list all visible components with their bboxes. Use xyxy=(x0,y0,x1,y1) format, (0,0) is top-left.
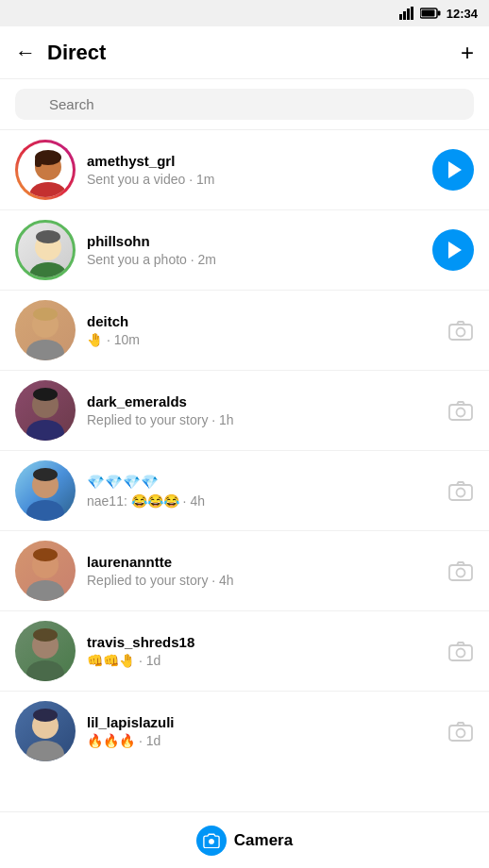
avatar-wrap xyxy=(15,541,76,601)
svg-point-25 xyxy=(457,409,465,417)
list-item[interactable]: dark_emeralds Replied to your story · 1h xyxy=(0,371,489,450)
svg-point-41 xyxy=(26,741,64,761)
camera-action-icon xyxy=(447,397,474,424)
action-icon[interactable] xyxy=(432,229,474,271)
avatar-wrap xyxy=(15,380,76,441)
action-icon[interactable] xyxy=(432,149,474,191)
svg-point-45 xyxy=(457,729,465,738)
signal-icon xyxy=(399,7,416,20)
username: amethyst_grl xyxy=(87,153,421,169)
page-title: Direct xyxy=(47,41,461,65)
svg-point-15 xyxy=(36,230,60,243)
svg-rect-3 xyxy=(411,7,413,20)
message-info: dark_emeralds Replied to your story · 1h xyxy=(87,393,436,427)
svg-point-40 xyxy=(457,649,465,658)
camera-label: Camera xyxy=(234,831,293,850)
svg-point-46 xyxy=(209,839,213,843)
svg-point-16 xyxy=(26,340,64,360)
bottom-nav: Camera xyxy=(0,811,489,868)
avatar xyxy=(15,701,76,761)
camera-action-icon xyxy=(447,558,474,584)
status-bar: 12:34 xyxy=(0,0,489,26)
username: deitch xyxy=(87,313,436,329)
list-item[interactable]: amethyst_grl Sent you a video · 1m xyxy=(0,130,489,209)
avatar xyxy=(15,300,76,360)
avatar-wrap xyxy=(15,460,76,521)
svg-rect-12 xyxy=(35,158,42,167)
svg-point-9 xyxy=(29,182,67,200)
username: travis_shreds18 xyxy=(87,634,436,650)
svg-rect-1 xyxy=(403,11,406,20)
message-info: lil_lapislazuli 🔥🔥🔥 · 1d xyxy=(87,714,436,748)
camera-action-icon xyxy=(447,638,474,664)
message-list: amethyst_grl Sent you a video · 1m xyxy=(0,130,489,837)
action-icon xyxy=(447,477,474,504)
avatar-wrap xyxy=(15,220,76,280)
svg-point-30 xyxy=(457,489,465,497)
back-button[interactable]: ← xyxy=(15,41,36,65)
message-preview: 🤚 · 10m xyxy=(87,332,436,347)
svg-point-23 xyxy=(33,388,58,401)
list-item[interactable]: travis_shreds18 👊👊🤚 · 1d xyxy=(0,611,489,691)
list-item[interactable]: 💎💎💎💎 nae11: 😂😂😂 · 4h xyxy=(0,451,489,530)
username: 💎💎💎💎 xyxy=(87,474,436,491)
message-info: laurenanntte Replied to your story · 4h xyxy=(87,554,436,588)
message-preview: Sent you a photo · 2m xyxy=(87,252,421,267)
svg-point-13 xyxy=(29,262,67,280)
svg-point-35 xyxy=(457,569,465,577)
avatar-wrap xyxy=(15,701,76,761)
svg-rect-34 xyxy=(449,565,472,580)
message-preview: Replied to your story · 4h xyxy=(87,573,436,588)
message-info: travis_shreds18 👊👊🤚 · 1d xyxy=(87,634,436,668)
svg-point-21 xyxy=(26,420,64,441)
list-item[interactable]: laurenanntte Replied to your story · 4h xyxy=(0,531,489,610)
avatar xyxy=(15,220,76,280)
svg-point-18 xyxy=(33,308,58,321)
avatar-wrap xyxy=(15,140,76,200)
add-button[interactable]: + xyxy=(461,40,474,66)
list-item[interactable]: deitch 🤚 · 10m xyxy=(0,291,489,370)
avatar-wrap xyxy=(15,621,76,681)
battery-icon xyxy=(420,8,441,19)
avatar xyxy=(15,621,76,681)
message-preview: 👊👊🤚 · 1d xyxy=(87,653,436,668)
message-preview: Sent you a video · 1m xyxy=(87,172,421,187)
message-preview: Replied to your story · 1h xyxy=(87,412,436,427)
svg-point-28 xyxy=(33,468,58,481)
action-icon xyxy=(447,317,474,343)
action-icon xyxy=(447,638,474,664)
svg-rect-5 xyxy=(421,10,434,17)
camera-action-icon xyxy=(447,718,474,744)
play-button[interactable] xyxy=(432,149,474,191)
search-input[interactable] xyxy=(15,89,474,120)
svg-point-26 xyxy=(26,500,64,521)
camera-action-icon xyxy=(447,317,474,343)
svg-rect-6 xyxy=(437,11,440,16)
username: dark_emeralds xyxy=(87,393,436,409)
camera-button[interactable]: Camera xyxy=(196,826,293,856)
message-info: 💎💎💎💎 nae11: 😂😂😂 · 4h xyxy=(87,474,436,509)
search-container xyxy=(0,79,489,130)
play-button[interactable] xyxy=(432,229,474,271)
svg-point-43 xyxy=(33,709,58,722)
avatar-wrap xyxy=(15,300,76,360)
username: lil_lapislazuli xyxy=(87,714,436,730)
username: laurenanntte xyxy=(87,554,436,570)
svg-point-33 xyxy=(33,548,58,561)
message-info: deitch 🤚 · 10m xyxy=(87,313,436,347)
list-item[interactable]: phillsohn Sent you a photo · 2m xyxy=(0,210,489,290)
action-icon xyxy=(447,397,474,424)
svg-point-38 xyxy=(33,628,58,642)
avatar xyxy=(15,140,76,200)
svg-rect-0 xyxy=(399,14,402,20)
svg-point-20 xyxy=(457,328,465,337)
action-icon xyxy=(447,558,474,584)
svg-rect-24 xyxy=(449,405,472,420)
message-info: amethyst_grl Sent you a video · 1m xyxy=(87,153,421,187)
search-wrapper xyxy=(15,89,474,120)
list-item[interactable]: lil_lapislazuli 🔥🔥🔥 · 1d xyxy=(0,692,489,771)
svg-rect-19 xyxy=(449,325,472,340)
action-icon xyxy=(447,718,474,744)
camera-nav-icon xyxy=(196,826,227,856)
avatar xyxy=(15,460,76,521)
